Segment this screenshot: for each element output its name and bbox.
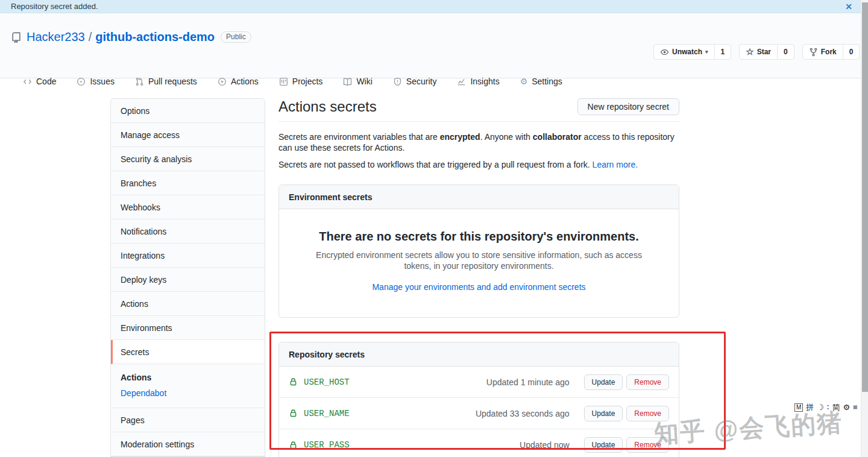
- sidebar-item-integrations[interactable]: Integrations: [111, 244, 265, 268]
- tab-label: Security: [406, 77, 437, 86]
- update-button[interactable]: Update: [584, 437, 623, 453]
- unwatch-label: Unwatch: [672, 48, 702, 56]
- star-icon: ☆: [746, 46, 753, 57]
- tab-label: Settings: [532, 77, 562, 86]
- watch-count[interactable]: 1: [715, 44, 732, 60]
- sidebar-item-webhooks[interactable]: Webhooks: [111, 195, 265, 219]
- chevron-down-icon: ▾: [705, 49, 708, 55]
- ime-settings-gear-icon[interactable]: ⚙: [843, 403, 850, 412]
- main-content: Actions secrets New repository secret Se…: [278, 98, 679, 457]
- project-icon: [279, 77, 288, 86]
- graph-icon: [457, 77, 466, 86]
- remove-button[interactable]: Remove: [626, 437, 669, 453]
- tab-label: Insights: [470, 77, 499, 86]
- repo-name-link[interactable]: github-actions-demo: [95, 30, 215, 44]
- ime-menu-icon[interactable]: ≡: [853, 403, 858, 412]
- repository-secrets-header: Repository secrets: [279, 342, 679, 367]
- punctuation-icon[interactable]: ∶: [827, 403, 829, 412]
- tab-code[interactable]: Code: [18, 72, 61, 90]
- environment-secrets-empty-state: There are no secrets for this repository…: [279, 209, 679, 317]
- secret-row: USER_PASS Updated now Update Remove: [279, 429, 679, 457]
- close-icon[interactable]: ✕: [845, 1, 852, 13]
- scrollbar-thumb[interactable]: [862, 2, 868, 392]
- intro-paragraph-1: Secrets are environment variables that a…: [278, 131, 679, 153]
- learn-more-link[interactable]: Learn more.: [593, 160, 638, 169]
- page-title: Actions secrets: [278, 98, 377, 115]
- remove-button[interactable]: Remove: [626, 374, 669, 390]
- tab-wiki[interactable]: Wiki: [338, 72, 377, 90]
- repo-title: Hacker233 / github-actions-demo Public: [11, 30, 251, 44]
- flash-message: Repository secret added.: [11, 2, 98, 11]
- fork-group: Fork 0: [802, 44, 860, 60]
- star-button[interactable]: ☆ Star: [739, 44, 778, 60]
- environment-secrets-header: Environment secrets: [279, 185, 679, 209]
- pull-request-icon: [135, 77, 144, 86]
- sidebar-item-pages[interactable]: Pages: [111, 408, 265, 432]
- fork-icon: [809, 48, 818, 57]
- tab-label: Actions: [231, 77, 259, 86]
- tab-issues[interactable]: Issues: [72, 72, 119, 90]
- secret-row: USER_HOST Updated 1 minute ago Update Re…: [279, 367, 679, 398]
- remove-button[interactable]: Remove: [626, 406, 669, 421]
- tab-label: Pull requests: [148, 77, 197, 86]
- lock-icon: [289, 441, 298, 450]
- fork-count[interactable]: 0: [843, 44, 860, 60]
- simplified-chinese-icon[interactable]: 简: [832, 403, 840, 412]
- sidebar-item-deploy-keys[interactable]: Deploy keys: [111, 268, 265, 292]
- tab-label: Code: [36, 77, 56, 86]
- moon-icon[interactable]: ☽: [817, 403, 824, 412]
- tab-pull-requests[interactable]: Pull requests: [130, 72, 202, 90]
- sidebar-item-security-analysis[interactable]: Security & analysis: [111, 147, 265, 171]
- lock-icon: [289, 377, 298, 386]
- unwatch-button[interactable]: Unwatch ▾: [653, 44, 715, 60]
- tab-label: Wiki: [356, 77, 372, 86]
- sidebar-item-environments[interactable]: Environments: [111, 316, 265, 340]
- shield-icon: [393, 77, 402, 86]
- secret-updated: Updated 33 seconds ago: [476, 409, 570, 418]
- ime-pinyin-icon[interactable]: 拼: [806, 403, 814, 412]
- fork-button[interactable]: Fork: [802, 44, 843, 60]
- tab-settings[interactable]: ⚙ Settings: [515, 72, 567, 90]
- repo-header: Hacker233 / github-actions-demo Public U…: [0, 13, 868, 78]
- scrollbar-track[interactable]: [861, 0, 868, 457]
- secret-updated: Updated 1 minute ago: [486, 377, 570, 387]
- secret-name: USER_HOST: [304, 377, 486, 387]
- subnav-actions-label[interactable]: Actions: [121, 373, 255, 382]
- social-buttons: Unwatch ▾ 1 ☆ Star 0 Fork 0: [653, 44, 860, 60]
- tab-actions[interactable]: Actions: [213, 72, 263, 90]
- star-group: ☆ Star 0: [739, 44, 794, 60]
- sidebar-item-notifications[interactable]: Notifications: [111, 219, 265, 244]
- code-icon: [23, 77, 32, 86]
- secret-row: USER_NAME Updated 33 seconds ago Update …: [279, 398, 679, 429]
- intro-paragraph-2: Secrets are not passed to workflows that…: [278, 159, 679, 170]
- sidebar-item-manage-access[interactable]: Manage access: [111, 123, 265, 147]
- sidebar-item-options[interactable]: Options: [111, 99, 265, 123]
- main-header: Actions secrets New repository secret: [278, 98, 679, 122]
- sidebar-item-branches[interactable]: Branches: [111, 171, 265, 195]
- repo-nav-tabs: Code Issues Pull requests: [18, 72, 567, 90]
- repo-owner-link[interactable]: Hacker233: [27, 30, 85, 44]
- star-count[interactable]: 0: [778, 44, 794, 60]
- tab-label: Issues: [90, 77, 114, 86]
- sidebar-item-moderation-settings[interactable]: Moderation settings: [111, 432, 265, 456]
- update-button[interactable]: Update: [584, 374, 623, 390]
- play-icon: [218, 77, 227, 86]
- manage-environments-link[interactable]: Manage your environments and add environ…: [372, 282, 585, 292]
- settings-sidebar: Options Manage access Security & analysi…: [110, 98, 265, 457]
- tab-insights[interactable]: Insights: [452, 72, 504, 90]
- intro-text: Secrets are environment variables that a…: [278, 131, 679, 170]
- ime-mode-icon[interactable]: M: [794, 403, 803, 412]
- watch-group: Unwatch ▾ 1: [653, 44, 731, 60]
- secret-name: USER_PASS: [304, 440, 520, 450]
- new-repository-secret-button[interactable]: New repository secret: [577, 98, 679, 115]
- tab-projects[interactable]: Projects: [274, 72, 328, 90]
- tab-security[interactable]: Security: [388, 72, 442, 90]
- repo-icon: [11, 32, 22, 43]
- sidebar-item-secrets[interactable]: Secrets: [111, 340, 265, 364]
- star-label: Star: [757, 48, 771, 56]
- ime-toolbar: M 拼 ☽ ∶ 简 ⚙ ≡: [794, 403, 858, 412]
- sidebar-item-actions[interactable]: Actions: [111, 292, 265, 316]
- secret-updated: Updated now: [520, 440, 570, 450]
- update-button[interactable]: Update: [584, 406, 623, 421]
- subnav-dependabot-link[interactable]: Dependabot: [121, 388, 166, 398]
